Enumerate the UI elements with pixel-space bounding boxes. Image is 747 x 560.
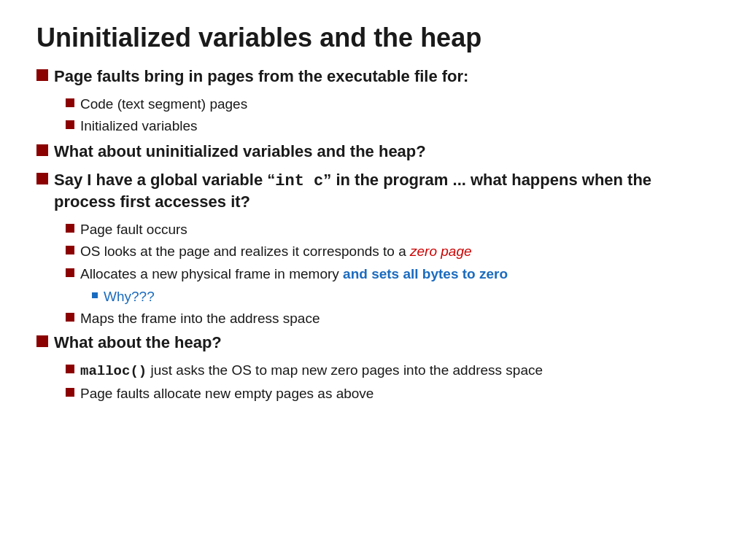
bullet-l2-marker-3c <box>66 268 74 277</box>
bullet-l2-marker-3b <box>66 246 74 254</box>
bullet-l2-init-vars: Initialized variables <box>66 117 711 136</box>
bullet-l1-marker <box>36 69 48 81</box>
bullet-l2-os-looks: OS looks at the page and realizes it cor… <box>66 242 711 261</box>
bullet-l2-marker-2 <box>66 120 74 129</box>
bullet-l2-page-faults-alloc: Page faults allocate new empty pages as … <box>66 384 711 403</box>
bullet-l1-marker-3 <box>36 173 48 184</box>
bullet-l3-marker <box>92 292 98 298</box>
slide-title: Uninitialized variables and the heap <box>36 22 711 53</box>
bullet-l2-page-fault: Page fault occurs <box>66 220 711 239</box>
bullet-l1-page-faults: Page faults bring in pages from the exec… <box>36 66 711 88</box>
bullet-l3-container: Why??? <box>92 287 711 306</box>
bullet-l2-container-s4: malloc() just asks the OS to map new zer… <box>66 361 711 403</box>
bullet-l2-text-code: Code (text segment) pages <box>80 95 247 114</box>
code-malloc: malloc() <box>80 363 147 379</box>
bullet-l2-marker-4b <box>66 388 74 397</box>
bullet-l2-text-3d: Maps the frame into the address space <box>80 309 320 328</box>
bullet-l2-marker-4a <box>66 365 74 373</box>
bullet-l1-heap: What about the heap? <box>36 332 711 354</box>
bullet-l1-text-2: What about uninitialized variables and t… <box>54 141 426 163</box>
bullet-l2-text-3b: OS looks at the page and realizes it cor… <box>80 242 472 261</box>
bullet-l1-text-4: What about the heap? <box>54 332 222 354</box>
bullet-l2-marker-3a <box>66 224 74 233</box>
bullet-l1-text: Page faults bring in pages from the exec… <box>54 66 468 88</box>
bullet-l1-text-3: Say I have a global variable “int c” in … <box>54 170 711 213</box>
section-1: Page faults bring in pages from the exec… <box>36 66 711 136</box>
bullet-l1-say-i-have: Say I have a global variable “int c” in … <box>36 170 711 213</box>
bullet-l1-marker-4 <box>36 335 48 347</box>
bullet-l1-marker-2 <box>36 144 48 156</box>
bullet-l2-text-3c: Allocates a new physical frame in memory… <box>80 265 508 284</box>
bullet-l2-container-s3: Page fault occurs OS looks at the page a… <box>66 220 711 328</box>
bullet-l3-why: Why??? <box>92 287 711 306</box>
bullet-l2-container-s1: Code (text segment) pages Initialized va… <box>66 95 711 136</box>
bullet-l2-malloc: malloc() just asks the OS to map new zer… <box>66 361 711 381</box>
bullet-l2-allocates: Allocates a new physical frame in memory… <box>66 265 711 284</box>
bullet-l2-text-3a: Page fault occurs <box>80 220 187 239</box>
sets-all-bytes-text: and sets all bytes to zero <box>343 266 508 281</box>
bullet-l2-marker-3d <box>66 313 74 322</box>
section-2: What about uninitialized variables and t… <box>36 141 711 163</box>
bullet-l2-code: Code (text segment) pages <box>66 95 711 114</box>
code-int-c: int c <box>275 172 323 190</box>
bullet-l2-marker <box>66 98 74 107</box>
bullet-l3-text-why: Why??? <box>104 287 155 306</box>
section-3: Say I have a global variable “int c” in … <box>36 170 711 328</box>
bullet-l2-text-init: Initialized variables <box>80 117 198 136</box>
bullet-l1-what-about: What about uninitialized variables and t… <box>36 141 711 163</box>
bullet-l2-text-4a: malloc() just asks the OS to map new zer… <box>80 361 543 381</box>
zero-page-text: zero page <box>410 244 472 259</box>
section-4: What about the heap? malloc() just asks … <box>36 332 711 403</box>
bullet-l2-maps: Maps the frame into the address space <box>66 309 711 328</box>
bullet-l2-text-4b: Page faults allocate new empty pages as … <box>80 384 374 403</box>
